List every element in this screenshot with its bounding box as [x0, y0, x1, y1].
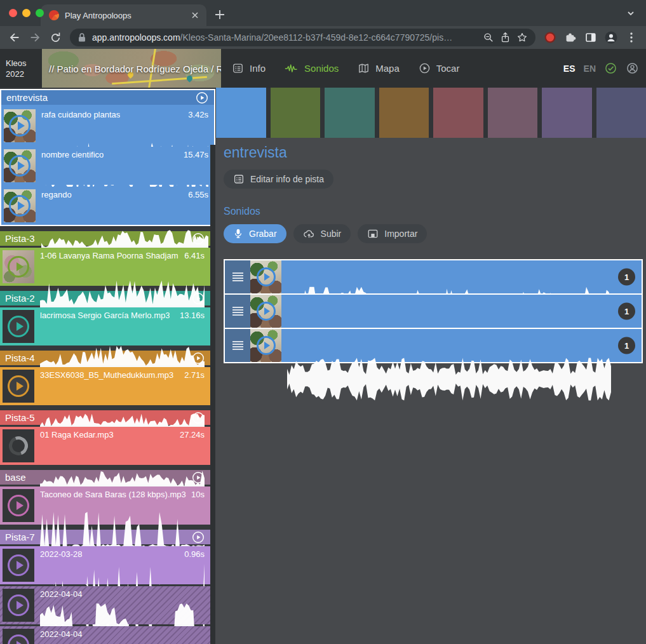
play-sound-icon[interactable]	[8, 554, 29, 576]
play-sound-icon[interactable]	[257, 267, 276, 286]
track-swatch-base[interactable]	[488, 88, 538, 138]
sound-row[interactable]: rafa cuidando plantas 1	[224, 259, 643, 295]
drag-handle[interactable]	[225, 295, 250, 328]
reload-button[interactable]	[46, 29, 65, 46]
sound-row[interactable]: 2022-04-04	[0, 626, 210, 644]
lang-en-button[interactable]: EN	[584, 64, 596, 74]
tab-tocar[interactable]: Tocar	[419, 62, 460, 74]
sound-thumbnail[interactable]	[4, 149, 36, 182]
lang-es-button[interactable]: ES	[563, 64, 575, 74]
track-swatch-pista-3[interactable]	[271, 88, 321, 138]
share-icon[interactable]	[500, 32, 511, 43]
tab-info[interactable]: Info	[232, 62, 266, 74]
play-sound-icon[interactable]	[8, 634, 29, 644]
bookmark-star-icon[interactable]	[516, 32, 528, 43]
track-swatch-pista-2[interactable]	[325, 88, 375, 138]
play-sound-icon[interactable]	[8, 316, 29, 337]
sound-row[interactable]: lacrimosa Sergio García Merlo.mp313.16s	[0, 307, 210, 345]
drag-handle[interactable]	[225, 260, 250, 293]
sound-row[interactable]: 01 Raga Kedar.mp327.24s	[0, 427, 210, 465]
tab-sonidos[interactable]: Sonidos	[285, 63, 339, 74]
menu-dots-icon[interactable]	[622, 29, 641, 46]
sound-row[interactable]: regando 1	[224, 328, 643, 363]
sound-thumbnail[interactable]	[3, 629, 34, 644]
track-swatch-pista-6[interactable]	[542, 88, 592, 138]
edit-track-info-button[interactable]: Editar info de pista	[224, 170, 333, 189]
track-header[interactable]: entrevista	[1, 90, 214, 105]
zoom-indicator-icon[interactable]	[483, 32, 494, 43]
sound-thumbnail[interactable]	[250, 260, 281, 293]
page-title: entrevista	[224, 144, 641, 161]
map-thumbnail[interactable]: // Patio en Bordador Rodríguez Ojeda / R…	[42, 49, 221, 88]
new-tab-button[interactable]	[213, 8, 227, 22]
sound-row[interactable]: regando6.55s	[1, 187, 214, 225]
back-button[interactable]	[5, 29, 24, 46]
sound-row[interactable]: 2022-03-280.96s	[0, 546, 210, 584]
sounds-heading: Sonidos	[224, 206, 641, 217]
sound-name: regando	[41, 190, 72, 200]
sound-thumbnail[interactable]	[4, 189, 36, 222]
track-swatch-entrevista[interactable]	[216, 88, 266, 138]
sound-thumbnail[interactable]	[3, 489, 34, 522]
track-swatch-pista-5[interactable]	[433, 88, 483, 138]
tab-mapa[interactable]: Mapa	[358, 62, 400, 74]
profile-avatar[interactable]	[602, 29, 621, 46]
sound-thumbnail[interactable]	[3, 429, 34, 462]
browser-toolbar: app.antropoloops.com/Kleos-Santa-Marina/…	[0, 26, 646, 49]
play-sound-icon[interactable]	[257, 336, 276, 355]
cloud-upload-icon	[303, 229, 315, 239]
drag-handle[interactable]	[225, 329, 250, 362]
sound-thumbnail[interactable]	[4, 109, 36, 142]
forward-button[interactable]	[25, 29, 44, 46]
sound-thumbnail[interactable]	[3, 310, 34, 343]
record-extension-icon[interactable]	[541, 29, 560, 46]
sound-row[interactable]: nombre cientifico15.47s	[1, 147, 214, 185]
close-tab-icon[interactable]	[190, 10, 200, 20]
play-sound-icon[interactable]	[9, 195, 30, 217]
sound-row[interactable]: Taconeo de Sara Baras (128 kbps).mp310s	[0, 486, 210, 525]
play-sound-icon[interactable]	[8, 256, 29, 278]
track-name: Pista-3	[5, 233, 35, 244]
side-panel-icon[interactable]	[581, 29, 600, 46]
play-sound-icon[interactable]	[8, 375, 29, 397]
sidebar-scrollbar[interactable]	[210, 145, 215, 644]
sound-row[interactable]: rafa cuidando plantas3.42s	[1, 107, 214, 145]
record-button[interactable]: Grabar	[224, 224, 286, 243]
sound-duration: 15.47s	[184, 150, 208, 160]
play-sound-icon[interactable]	[9, 115, 30, 137]
lock-icon	[77, 32, 86, 43]
tab-info-label: Info	[250, 63, 266, 74]
track-swatch-pista-7[interactable]	[596, 88, 646, 138]
sync-check-icon[interactable]	[604, 62, 617, 75]
track-swatch-pista-4[interactable]	[379, 88, 429, 138]
play-triangle	[17, 382, 24, 391]
browser-tab[interactable]: Play Antropoloops	[41, 4, 206, 26]
sound-thumbnail[interactable]	[250, 329, 281, 362]
maximize-window-button[interactable]	[36, 9, 44, 17]
sound-row[interactable]: 33ESX6038_B5_Muthedukkum.mp32.71s	[0, 367, 210, 405]
import-button[interactable]: Importar	[358, 224, 427, 243]
play-triangle	[17, 262, 24, 271]
play-sound-icon[interactable]	[257, 302, 276, 321]
address-bar[interactable]: app.antropoloops.com/Kleos-Santa-Marina/…	[70, 29, 535, 46]
play-sound-icon[interactable]	[8, 495, 29, 516]
sound-thumbnail[interactable]	[3, 250, 34, 283]
play-triangle	[264, 307, 270, 315]
sound-thumbnail[interactable]	[3, 370, 34, 403]
extensions-puzzle-icon[interactable]	[561, 29, 580, 46]
play-track-icon[interactable]	[196, 91, 208, 104]
minimize-window-button[interactable]	[22, 9, 30, 17]
sound-thumbnail[interactable]	[3, 549, 34, 582]
tab-search-chevron-icon[interactable]	[626, 8, 636, 18]
play-sound-icon[interactable]	[8, 594, 29, 616]
track-name: Pista-4	[5, 352, 35, 363]
upload-button[interactable]: Subir	[293, 224, 351, 243]
close-window-button[interactable]	[9, 9, 17, 17]
sound-row[interactable]: 2022-04-04	[0, 586, 210, 624]
account-icon[interactable]	[626, 62, 639, 75]
sound-thumbnail[interactable]	[250, 295, 281, 328]
sound-row[interactable]: 1-06 Lavanya Rama Poorna Shadjam Rupak..…	[0, 248, 210, 286]
sound-thumbnail[interactable]	[3, 589, 34, 622]
play-sound-icon[interactable]	[9, 155, 30, 177]
sound-row[interactable]: nombre cientifico 1	[224, 293, 643, 329]
